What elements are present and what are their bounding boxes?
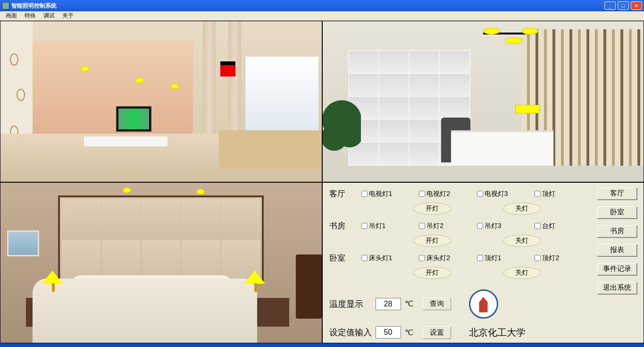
menubar: 画面 特殊 调试 关于 — [0, 11, 644, 21]
living-room-view — [0, 21, 322, 182]
chk-study-2[interactable]: 吊灯2 — [419, 222, 477, 230]
chk-bedroom-1[interactable]: 床头灯1 — [361, 254, 419, 262]
desk-lamp-indicator — [515, 105, 540, 113]
row-label-living: 客厅 — [329, 188, 361, 199]
light-indicator — [135, 77, 144, 83]
menu-item-about[interactable]: 关于 — [59, 11, 77, 21]
menu-item-special[interactable]: 特殊 — [21, 11, 40, 21]
minimize-button[interactable]: _ — [604, 1, 616, 10]
maximize-button[interactable]: □ — [618, 1, 629, 10]
red-indicator — [220, 61, 235, 76]
chk-bedroom-3[interactable]: 顶灯1 — [477, 254, 535, 262]
nav-exit-button[interactable]: 退出系统 — [597, 282, 637, 294]
temp-unit: ℃ — [405, 299, 413, 308]
row-label-bedroom: 卧室 — [329, 253, 361, 263]
chk-bedroom-4[interactable]: 顶灯2 — [535, 254, 593, 262]
menu-item-view[interactable]: 画面 — [2, 11, 21, 21]
light-indicator — [521, 28, 538, 34]
nav-living-button[interactable]: 客厅 — [597, 187, 637, 200]
living-on-button[interactable]: 开灯 — [413, 203, 451, 215]
study-on-button[interactable]: 开灯 — [413, 235, 451, 247]
study-off-button[interactable]: 关灯 — [503, 235, 541, 247]
chk-study-3[interactable]: 吊灯3 — [477, 222, 535, 230]
row-label-study: 书房 — [329, 220, 361, 231]
chk-living-1[interactable]: 电视灯1 — [361, 190, 419, 198]
study-view — [322, 21, 644, 182]
nav-study-button[interactable]: 书房 — [597, 225, 637, 237]
close-button[interactable]: × — [631, 1, 642, 10]
chk-living-3[interactable]: 电视灯3 — [477, 190, 535, 198]
setpoint-input[interactable] — [376, 326, 401, 339]
setpoint-label: 设定值输入 — [329, 327, 372, 338]
chk-living-2[interactable]: 电视灯2 — [419, 190, 477, 198]
light-indicator — [196, 189, 205, 195]
lamp-indicator — [244, 271, 265, 284]
query-button[interactable]: 查询 — [423, 297, 451, 310]
chk-study-4[interactable]: 台灯 — [535, 222, 593, 230]
set-button[interactable]: 设置 — [423, 326, 451, 339]
tv-icon — [116, 106, 151, 132]
app-icon — [2, 2, 9, 9]
living-off-button[interactable]: 关灯 — [503, 203, 541, 215]
nav-report-button[interactable]: 报表 — [597, 244, 637, 256]
bedroom-off-button[interactable]: 关灯 — [503, 267, 541, 279]
chk-bedroom-2[interactable]: 床头灯2 — [419, 254, 477, 262]
nav-eventlog-button[interactable]: 事件记录 — [597, 263, 637, 275]
light-indicator — [123, 187, 131, 193]
chk-living-4[interactable]: 顶灯 — [535, 190, 593, 198]
control-panel: 客厅 电视灯1 电视灯2 电视灯3 顶灯 开灯 关灯 — [322, 182, 644, 344]
temp-unit-2: ℃ — [405, 328, 413, 337]
temp-display-input[interactable] — [376, 298, 401, 310]
lamp-indicator — [42, 271, 63, 284]
window-border — [0, 343, 644, 347]
nav-bedroom-button[interactable]: 卧室 — [597, 206, 637, 219]
titlebar: 智能照明控制系统 _ □ × — [0, 0, 644, 11]
university-name: 北京化工大学 — [469, 326, 526, 339]
bedroom-on-button[interactable]: 开灯 — [413, 267, 451, 279]
university-logo-icon — [469, 289, 498, 319]
window-title: 智能照明控制系统 — [11, 2, 57, 10]
light-indicator — [505, 37, 522, 44]
light-indicator — [483, 28, 500, 34]
menu-item-debug[interactable]: 调试 — [40, 11, 59, 21]
temp-display-label: 温度显示 — [329, 298, 372, 310]
bedroom-view — [0, 182, 322, 344]
chk-study-1[interactable]: 吊灯1 — [361, 222, 419, 230]
